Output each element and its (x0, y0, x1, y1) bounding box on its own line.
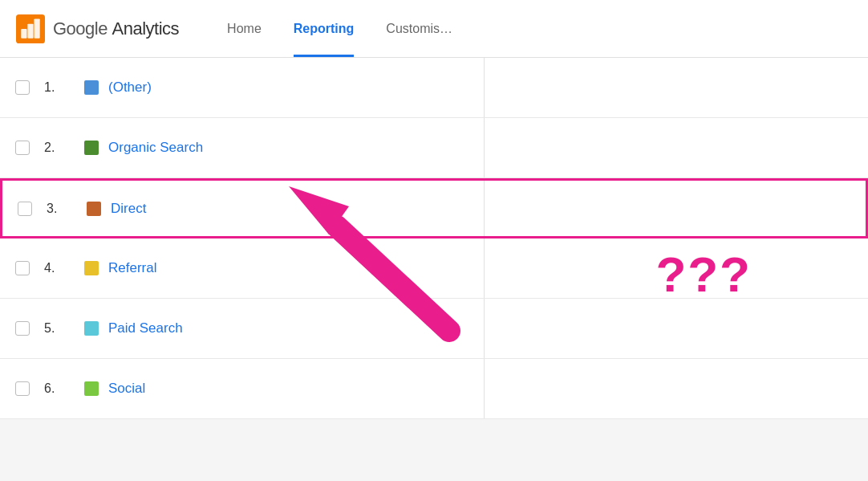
nav-reporting[interactable]: Reporting (294, 0, 355, 57)
table-row[interactable]: 3. Direct (0, 178, 868, 238)
nav-customise[interactable]: Customis… (386, 0, 452, 57)
table-row[interactable]: 6. Social (0, 359, 868, 419)
row-content: (Other) (84, 79, 484, 96)
row-checkbox-area (0, 381, 44, 396)
channel-color-swatch (84, 261, 99, 275)
row-number: 4. (44, 261, 84, 275)
row-checkbox[interactable] (15, 141, 30, 155)
channel-label[interactable]: Referral (108, 260, 468, 276)
row-checkbox-area (0, 141, 44, 155)
row-number: 2. (44, 141, 84, 155)
row-content: Referral (84, 260, 484, 276)
channel-color-swatch (84, 141, 99, 155)
channel-label[interactable]: Direct (111, 201, 468, 217)
svg-rect-1 (21, 29, 26, 39)
row-checkbox[interactable] (15, 321, 30, 336)
svg-rect-3 (34, 18, 40, 38)
channel-label[interactable]: (Other) (108, 79, 468, 96)
row-checkbox-area (2, 202, 47, 216)
row-content: Direct (87, 201, 484, 217)
row-checkbox-area (0, 321, 44, 336)
row-checkbox[interactable] (15, 261, 30, 275)
row-checkbox-area (0, 80, 44, 95)
channel-label[interactable]: Paid Search (108, 320, 468, 336)
channel-label[interactable]: Social (108, 381, 468, 397)
main-nav: Home Reporting Customis… (227, 0, 452, 57)
table-row[interactable]: 5. Paid Search (0, 299, 868, 359)
row-number: 5. (44, 321, 84, 336)
row-content: Paid Search (84, 320, 484, 336)
table-row[interactable]: 1. (Other) (0, 58, 868, 118)
row-number: 3. (47, 202, 87, 216)
channel-color-swatch (87, 202, 101, 216)
svg-rect-2 (27, 23, 33, 38)
row-checkbox-area (0, 261, 44, 275)
row-number: 1. (44, 80, 84, 95)
table-row[interactable]: 2. Organic Search (0, 118, 868, 178)
channel-label[interactable]: Organic Search (108, 140, 468, 156)
header: Google Analytics Home Reporting Customis… (0, 0, 868, 58)
logo-text: Google Analytics (53, 18, 179, 39)
logo-area: Google Analytics (16, 14, 179, 43)
row-number: 6. (44, 381, 84, 396)
row-checkbox[interactable] (15, 80, 30, 95)
channel-color-swatch (84, 80, 99, 95)
nav-home[interactable]: Home (227, 0, 262, 57)
ga-logo-icon (16, 14, 45, 43)
row-checkbox[interactable] (18, 202, 32, 216)
row-checkbox[interactable] (15, 381, 30, 396)
row-content: Social (84, 381, 484, 397)
question-marks-annotation: ??? (655, 246, 752, 303)
channel-color-swatch (84, 381, 99, 396)
channel-table: 1. (Other) 2. Organic Search 3. Direct 4… (0, 58, 868, 419)
channel-color-swatch (84, 321, 99, 336)
row-content: Organic Search (84, 140, 484, 156)
